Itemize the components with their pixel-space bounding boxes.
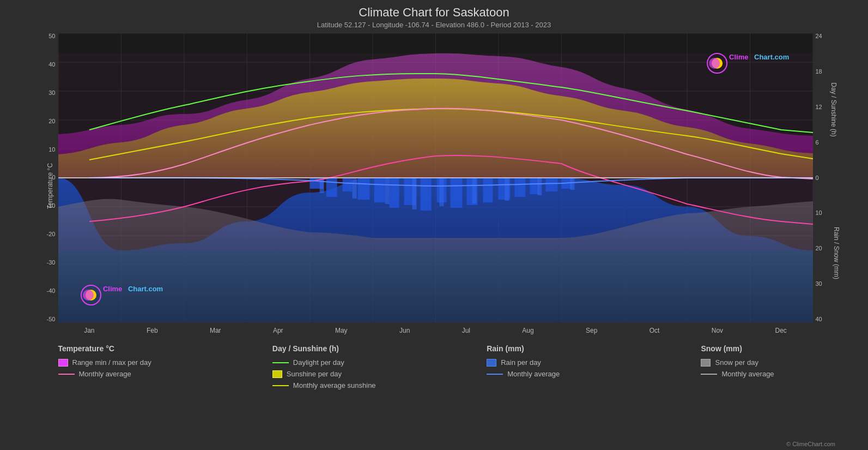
rain-avg-line <box>487 374 503 375</box>
month-sep: Sep <box>586 327 597 334</box>
temp-avg-label: Monthly average <box>79 370 131 378</box>
y-axis-left: 50 40 30 20 10 0 -10 -20 -30 -40 -50 <box>26 33 58 322</box>
chart-wrapper: Temperature °C Day / Sunshine (h) Rain /… <box>26 33 843 339</box>
svg-rect-51 <box>472 178 476 203</box>
svg-rect-52 <box>505 178 509 201</box>
sunshine-label: Sunshine per day <box>287 370 342 378</box>
snow-per-day-label: Snow per day <box>715 358 758 367</box>
chart-svg: Clime Chart.com Clime Chart.com <box>58 33 813 322</box>
svg-rect-38 <box>450 178 462 208</box>
month-feb: Feb <box>147 327 158 334</box>
legend-rain: Rain (mm) Rain per day Monthly average <box>487 344 596 389</box>
svg-rect-31 <box>342 178 352 191</box>
rain-label: Rain per day <box>501 358 541 367</box>
legend-rain-swatch: Rain per day <box>487 358 596 367</box>
svg-point-58 <box>82 290 93 301</box>
legend-sunshine: Day / Sunshine (h) Daylight per day Suns… <box>272 344 381 389</box>
svg-text:Clime: Clime <box>729 53 748 61</box>
snow-swatch <box>701 359 711 367</box>
month-jun: Jun <box>399 327 410 334</box>
svg-rect-42 <box>514 178 525 197</box>
legend-temp-range: Range min / max per day <box>58 358 167 367</box>
temp-avg-line <box>58 374 75 375</box>
legend-rain-avg: Monthly average <box>487 370 596 378</box>
sunshine-avg-line <box>272 385 289 386</box>
title-area: Climate Chart for Saskatoon Latitude 52.… <box>317 0 551 29</box>
x-axis: Jan Feb Mar Apr May Jun Jul Aug Sep Oct … <box>58 322 813 339</box>
temp-range-label: Range min / max per day <box>72 358 151 367</box>
month-jan: Jan <box>84 327 94 334</box>
temp-range-swatch <box>58 359 68 367</box>
legend-snow-swatch: Snow per day <box>701 358 810 367</box>
svg-rect-44 <box>545 178 557 191</box>
legend-daylight: Daylight per day <box>272 358 381 367</box>
svg-text:Clime: Clime <box>102 285 122 293</box>
sunshine-swatch <box>272 370 282 378</box>
svg-rect-54 <box>570 178 574 190</box>
month-jul: Jul <box>462 327 470 334</box>
rain-avg-label: Monthly average <box>507 370 560 378</box>
month-apr: Apr <box>273 327 283 334</box>
svg-text:Chart.com: Chart.com <box>754 53 789 61</box>
svg-rect-28 <box>58 178 813 250</box>
snow-avg-label: Monthly average <box>721 370 774 378</box>
legend-snow: Snow (mm) Snow per day Monthly average <box>701 344 810 389</box>
month-dec: Dec <box>775 327 786 334</box>
legend-temp-title: Temperature °C <box>58 344 167 353</box>
svg-rect-32 <box>357 178 369 200</box>
legend-snow-title: Snow (mm) <box>701 344 810 353</box>
month-mar: Mar <box>210 327 221 334</box>
main-container: Climate Chart for Saskatoon Latitude 52.… <box>0 0 868 450</box>
legend-sunshine-swatch: Sunshine per day <box>272 370 381 378</box>
chart-area: Clime Chart.com Clime Chart.com <box>58 33 813 322</box>
copyright: © ClimeChart.com <box>786 441 835 447</box>
month-may: May <box>335 327 348 334</box>
month-nov: Nov <box>712 327 723 334</box>
legend-temperature: Temperature °C Range min / max per day M… <box>58 344 167 389</box>
svg-text:Chart.com: Chart.com <box>128 285 162 293</box>
legend-temp-avg: Monthly average <box>58 370 167 378</box>
month-oct: Oct <box>650 327 660 334</box>
svg-rect-53 <box>537 178 542 195</box>
chart-subtitle: Latitude 52.127 - Longitude -106.74 - El… <box>317 21 551 29</box>
y-axis-right: 24 18 12 6 0 10 20 30 40 <box>813 33 843 322</box>
svg-rect-48 <box>385 178 389 204</box>
svg-rect-34 <box>389 178 399 208</box>
daylight-label: Daylight per day <box>293 358 344 367</box>
month-aug: Aug <box>522 327 533 334</box>
daylight-line <box>272 362 289 363</box>
svg-rect-30 <box>326 178 337 197</box>
legend-area: Temperature °C Range min / max per day M… <box>26 339 843 389</box>
svg-rect-49 <box>412 178 416 209</box>
legend-rain-title: Rain (mm) <box>487 344 596 353</box>
svg-rect-36 <box>420 178 431 211</box>
sunshine-avg-label: Monthly average sunshine <box>293 381 376 389</box>
svg-rect-27 <box>58 53 813 178</box>
legend-sunshine-avg: Monthly average sunshine <box>272 381 381 389</box>
svg-rect-33 <box>374 178 385 202</box>
rain-swatch <box>487 359 496 367</box>
legend-snow-avg: Monthly average <box>701 370 810 378</box>
svg-rect-50 <box>439 178 444 206</box>
legend-sunshine-title: Day / Sunshine (h) <box>272 344 381 353</box>
chart-title: Climate Chart for Saskatoon <box>317 5 551 20</box>
svg-rect-47 <box>352 178 356 199</box>
snow-avg-line <box>701 374 717 375</box>
svg-point-63 <box>709 58 720 69</box>
svg-rect-40 <box>483 178 493 202</box>
